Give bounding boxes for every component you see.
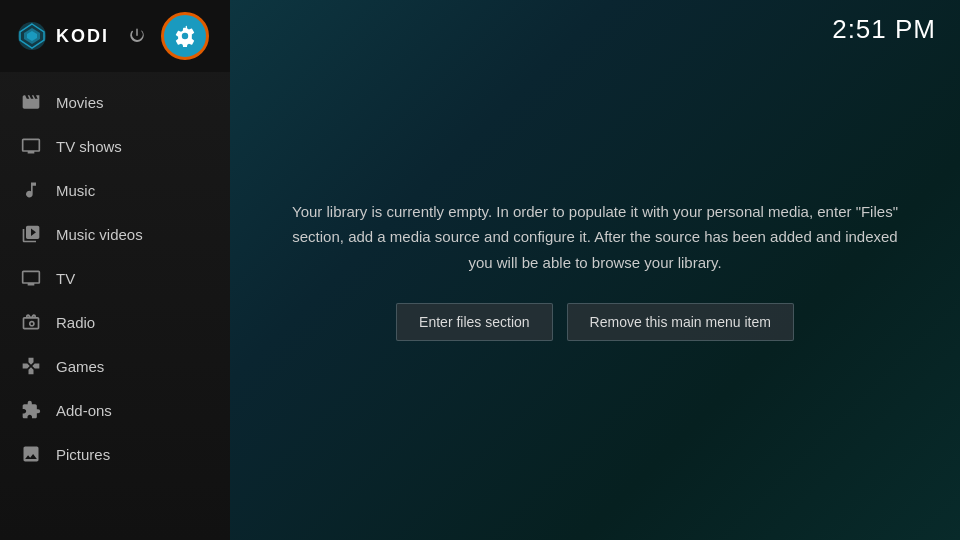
sidebar-item-tv-label: TV bbox=[56, 270, 75, 287]
sidebar-item-music-videos[interactable]: Music videos bbox=[0, 212, 230, 256]
sidebar-item-pictures-label: Pictures bbox=[56, 446, 110, 463]
content-center: Your library is currently empty. In orde… bbox=[230, 0, 960, 540]
action-buttons: Enter files section Remove this main men… bbox=[396, 303, 794, 341]
app-layout: KODI bbox=[0, 0, 960, 540]
movies-icon bbox=[20, 91, 42, 113]
sidebar-item-radio-label: Radio bbox=[56, 314, 95, 331]
top-bar: KODI bbox=[0, 0, 230, 72]
sidebar-item-music-videos-label: Music videos bbox=[56, 226, 143, 243]
sidebar: KODI bbox=[0, 0, 230, 540]
nav-menu: Movies TV shows Music Music videos bbox=[0, 72, 230, 540]
settings-button[interactable] bbox=[161, 12, 209, 60]
power-button[interactable] bbox=[123, 22, 151, 50]
sidebar-item-games-label: Games bbox=[56, 358, 104, 375]
sidebar-item-pictures[interactable]: Pictures bbox=[0, 432, 230, 476]
sidebar-item-movies-label: Movies bbox=[56, 94, 104, 111]
sidebar-item-tv-shows[interactable]: TV shows bbox=[0, 124, 230, 168]
sidebar-item-games[interactable]: Games bbox=[0, 344, 230, 388]
tv-shows-icon bbox=[20, 135, 42, 157]
addons-icon bbox=[20, 399, 42, 421]
sidebar-item-music-label: Music bbox=[56, 182, 95, 199]
sidebar-item-addons[interactable]: Add-ons bbox=[0, 388, 230, 432]
tv-icon bbox=[20, 267, 42, 289]
library-message: Your library is currently empty. In orde… bbox=[290, 199, 900, 276]
music-icon bbox=[20, 179, 42, 201]
music-videos-icon bbox=[20, 223, 42, 245]
power-icon bbox=[128, 27, 146, 45]
radio-icon bbox=[20, 311, 42, 333]
sidebar-item-movies[interactable]: Movies bbox=[0, 80, 230, 124]
remove-main-menu-item-button[interactable]: Remove this main menu item bbox=[567, 303, 794, 341]
sidebar-item-radio[interactable]: Radio bbox=[0, 300, 230, 344]
sidebar-item-music[interactable]: Music bbox=[0, 168, 230, 212]
settings-icon bbox=[174, 25, 196, 47]
enter-files-section-button[interactable]: Enter files section bbox=[396, 303, 553, 341]
sidebar-item-tv[interactable]: TV bbox=[0, 256, 230, 300]
sidebar-item-addons-label: Add-ons bbox=[56, 402, 112, 419]
games-icon bbox=[20, 355, 42, 377]
kodi-logo: KODI bbox=[16, 20, 109, 52]
kodi-label: KODI bbox=[56, 26, 109, 47]
time-display: 2:51 PM bbox=[832, 14, 936, 45]
main-content: 2:51 PM Your library is currently empty.… bbox=[230, 0, 960, 540]
pictures-icon bbox=[20, 443, 42, 465]
sidebar-item-tv-shows-label: TV shows bbox=[56, 138, 122, 155]
kodi-icon bbox=[16, 20, 48, 52]
